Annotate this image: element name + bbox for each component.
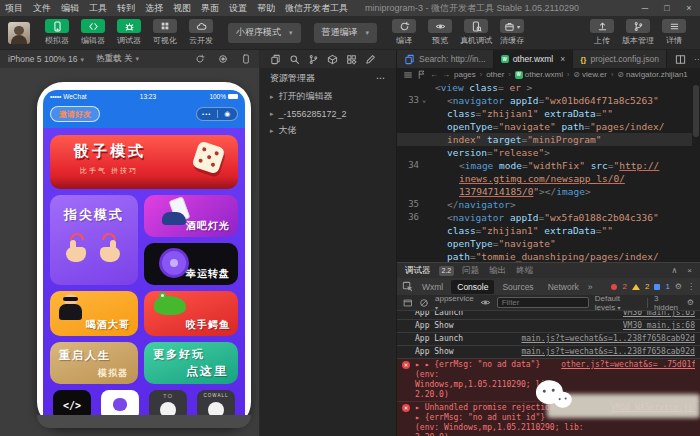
more-icon[interactable]: •••	[197, 111, 217, 117]
toolbar-button[interactable]: 调试器	[111, 19, 147, 46]
breadcrumb-item[interactable]: pages	[454, 70, 476, 79]
extensions-icon[interactable]	[346, 54, 357, 65]
toolbar-button[interactable]: 云开发	[183, 19, 219, 46]
package-icon[interactable]	[327, 54, 338, 65]
toolbar-button[interactable]: ▾清缓存	[494, 19, 530, 46]
levels-dropdown[interactable]: Default levels ▾	[595, 294, 641, 312]
toolbar-button[interactable]: 真机调试	[458, 19, 494, 46]
console-sidebar-icon[interactable]	[403, 298, 413, 308]
toolbar-button[interactable]: 编译	[386, 19, 422, 46]
eye-icon[interactable]	[480, 297, 491, 308]
panel-tab[interactable]: 问题	[462, 265, 479, 277]
fold-icon[interactable]: ⌄	[419, 94, 429, 107]
dice-mode-banner[interactable]: 骰子模式 比手气 拼技巧	[50, 135, 238, 189]
edit-icon[interactable]	[365, 54, 376, 65]
menu-item[interactable]: 视图	[168, 2, 196, 15]
search-icon[interactable]	[289, 54, 300, 65]
breadcrumb-item[interactable]: ⊘view.er	[573, 70, 607, 79]
devtools-tab-console[interactable]: Console	[451, 280, 494, 294]
toolbar-button[interactable]: 详情	[656, 19, 692, 46]
bookmark-icon[interactable]	[417, 70, 426, 79]
files-icon[interactable]	[270, 54, 281, 65]
source-control-icon[interactable]	[308, 54, 319, 65]
user-avatar[interactable]	[8, 22, 30, 44]
menu-item[interactable]: 工具	[84, 2, 112, 15]
context-selector[interactable]: appservice ▾	[435, 294, 474, 312]
close-button[interactable]: ×	[678, 3, 700, 13]
close-tab-icon[interactable]: ×	[560, 54, 565, 64]
capsule-menu[interactable]: ••• ◉	[196, 107, 238, 121]
breadcrumb-item[interactable]: Wother.wxml	[515, 70, 563, 79]
panel-tab[interactable]: 输出	[489, 265, 506, 277]
exit-icon[interactable]: ◉	[218, 110, 238, 118]
toolbar-button[interactable]: 编辑器	[75, 19, 111, 46]
app-icon-cowall[interactable]: COWALL	[197, 390, 235, 415]
menu-item[interactable]: 项目	[0, 2, 28, 15]
more-icon[interactable]: ⋯	[694, 54, 700, 64]
devtools-tab-network[interactable]: Network	[542, 280, 585, 294]
record-icon[interactable]	[218, 54, 228, 64]
menu-item[interactable]: 微信开发者工具	[280, 2, 353, 15]
back-arrow-icon[interactable]: ←	[430, 70, 438, 79]
editor-scrollbar[interactable]	[692, 81, 700, 262]
rotate-icon[interactable]	[195, 54, 205, 64]
editor-tab[interactable]: Search: http://in...	[397, 50, 494, 68]
scheme-dropdown[interactable]: 小程序模式 ▾	[228, 23, 301, 43]
menu-icon[interactable]	[403, 70, 413, 80]
source-link[interactable]: main.js?t=wechat&s=1..238f7658cab92d54:6…	[521, 334, 695, 344]
toolbar-button[interactable]: 上传	[584, 19, 620, 46]
app-icon-to[interactable]: TO	[149, 390, 187, 415]
toolbar-button[interactable]: 预览	[422, 19, 458, 46]
more-icon[interactable]: ⋯	[376, 73, 386, 83]
minimize-button[interactable]: ─	[634, 3, 656, 13]
menu-item[interactable]: 帮助	[252, 2, 280, 15]
toolbar-button[interactable]: 模拟器	[39, 19, 75, 46]
source-link[interactable]: VM30 main.js:65	[623, 311, 695, 318]
clear-console-icon[interactable]	[419, 298, 429, 308]
source-link[interactable]: main.js?t=wechat&s=1..238f7658cab92d54:6…	[521, 347, 695, 357]
close-icon[interactable]: ×	[687, 266, 692, 275]
editor-tab[interactable]: {}project.config.json	[573, 50, 667, 68]
menu-item[interactable]: 文件	[28, 2, 56, 15]
menu-item[interactable]: 选择	[140, 2, 168, 15]
menu-item[interactable]: 转到	[112, 2, 140, 15]
collapse-icon[interactable]: ∧	[671, 266, 677, 275]
menu-item[interactable]: 界面	[196, 2, 224, 15]
invite-friends-button[interactable]: 邀请好友	[50, 106, 100, 122]
kebab-menu-icon[interactable]: ⋮	[687, 282, 695, 291]
devtools-tab-wxml[interactable]: Wxml	[416, 280, 449, 294]
source-link[interactable]: VM30 main.js:68	[623, 321, 695, 331]
device-selector[interactable]: iPhone 5 100% 16▾	[8, 54, 84, 64]
panel-tab[interactable]: 终端	[516, 265, 533, 277]
filter-input[interactable]	[497, 297, 589, 308]
toolbar-button[interactable]: 可视化	[147, 19, 183, 46]
tile-restart-life[interactable]: 重启人生 模拟器	[50, 342, 138, 384]
inspect-icon[interactable]	[402, 281, 413, 292]
device-icon[interactable]	[241, 54, 251, 64]
explorer-item[interactable]: ▸大佬	[260, 122, 396, 139]
maximize-button[interactable]: □	[656, 3, 678, 13]
gear-icon[interactable]: ⚙	[687, 298, 694, 307]
explorer-item[interactable]: ▸_-1556285172_2	[260, 105, 396, 122]
tile-crocodile[interactable]: 咬手鳄鱼	[144, 291, 238, 336]
app-icon-code[interactable]: </>	[53, 390, 91, 415]
app-icon-purple[interactable]	[101, 390, 139, 415]
toolbar-button[interactable]: 版本管理	[620, 19, 656, 46]
breadcrumb-item[interactable]: ⊘navigator.zhijian1	[617, 70, 688, 79]
editor-tab[interactable]: Wother.wxml×	[494, 50, 574, 68]
tile-drinking-bro[interactable]: 喝酒大哥	[50, 291, 138, 336]
compile-condition-dropdown[interactable]: 普通编译 ▾	[314, 23, 378, 43]
tile-fingertip-mode[interactable]: 指尖模式	[50, 195, 138, 285]
menu-item[interactable]: 设置	[224, 2, 252, 15]
hot-reload-toggle[interactable]: 热重载 关▾	[96, 53, 139, 65]
tile-lucky-wheel[interactable]: 幸运转盘	[144, 243, 238, 285]
code-editor[interactable]: <view class= er >33⌄<navigator appId="wx…	[397, 81, 700, 262]
gear-icon[interactable]: ⚙	[675, 282, 682, 291]
tile-bar-lights[interactable]: 酒吧灯光	[144, 195, 238, 237]
tile-more-fun[interactable]: 更多好玩 点这里	[144, 342, 238, 384]
menu-item[interactable]: 编辑	[56, 2, 84, 15]
explorer-item[interactable]: ▸打开的编辑器	[260, 88, 396, 105]
breadcrumb-item[interactable]: other	[486, 70, 504, 79]
devtools-tab-sources[interactable]: Sources	[496, 280, 539, 294]
tab-overflow[interactable]: »	[588, 282, 593, 292]
